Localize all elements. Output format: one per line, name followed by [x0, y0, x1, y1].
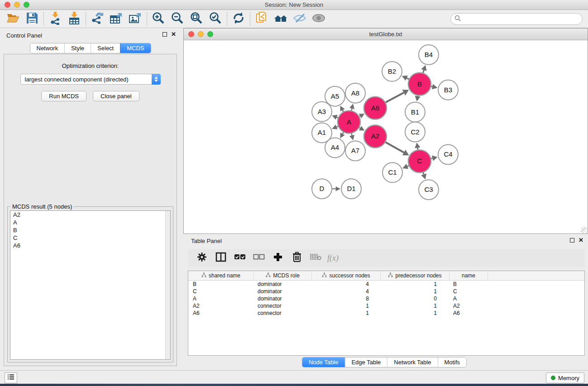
result-item[interactable]: A6 [10, 242, 170, 249]
tab-motifs[interactable]: Motifs [437, 357, 466, 367]
memory-button[interactable]: Memory [546, 372, 584, 383]
edge-C-C2[interactable] [417, 148, 418, 150]
close-window-button[interactable] [5, 2, 10, 8]
export-image-button[interactable] [126, 11, 145, 27]
table-cell[interactable]: 1 [381, 281, 449, 287]
table-cell[interactable]: 4 [312, 288, 381, 295]
tab-edge-table[interactable]: Edge Table [344, 357, 387, 367]
new-network-from-selection-button[interactable] [252, 11, 271, 27]
show-columns-button[interactable] [212, 251, 229, 265]
zoom-fit-button[interactable] [187, 11, 206, 27]
zoom-window-button[interactable] [24, 2, 29, 8]
table-cell[interactable]: C [188, 288, 254, 295]
column-header-predecessor-nodes[interactable]: predecessor nodes [381, 271, 449, 280]
import-network-button[interactable] [46, 11, 65, 27]
network-minimize-button[interactable] [198, 31, 204, 37]
edge-A-A6[interactable] [359, 116, 360, 117]
node-table[interactable]: shared nameMCDS rolesuccessor nodesprede… [188, 271, 585, 356]
table-cell[interactable]: 4 [312, 281, 381, 287]
table-row[interactable]: A6connector11A6 [188, 310, 584, 317]
table-row[interactable]: Cdominator41C [188, 288, 584, 295]
export-table-button[interactable] [107, 11, 126, 27]
select-all-button[interactable] [231, 251, 249, 265]
network-graph[interactable]: B4B2BB3B1A5A8A6A3AA1C2A2A4A7C4CC1C3DD1 [184, 40, 588, 234]
import-table-button[interactable] [65, 11, 84, 27]
network-window-titlebar[interactable]: testGlobe.txt [184, 29, 588, 40]
open-file-button[interactable] [4, 11, 23, 27]
table-cell[interactable]: dominator [254, 295, 312, 302]
edge-C-C1[interactable] [407, 166, 409, 166]
tab-style[interactable]: Style [64, 43, 91, 53]
column-header-name[interactable]: name [449, 271, 488, 280]
export-network-button[interactable] [88, 11, 107, 27]
edge-A-A5[interactable] [343, 110, 344, 111]
show-all-button[interactable] [309, 11, 328, 27]
table-cell[interactable]: 1 [312, 303, 381, 309]
table-row[interactable]: Bdominator41B [188, 281, 584, 288]
add-column-button[interactable] [269, 251, 287, 265]
tab-select[interactable]: Select [91, 43, 120, 53]
window-resize-grip[interactable] [581, 227, 587, 233]
edge-A-A3[interactable] [337, 117, 338, 118]
table-cell[interactable]: dominator [254, 281, 312, 287]
table-row[interactable]: A2connector11A2 [188, 302, 584, 310]
edge-C-C3[interactable] [423, 172, 424, 174]
search-input[interactable] [464, 16, 582, 23]
float-table-panel-icon[interactable] [570, 238, 574, 243]
table-row[interactable]: Adominator80A [188, 295, 584, 302]
edge-B-B2[interactable] [406, 78, 409, 79]
edge-C-C4[interactable] [431, 158, 432, 159]
column-header-successor-nodes[interactable]: successor nodes [312, 271, 381, 280]
tab-network[interactable]: Network [30, 43, 64, 53]
tab-node-table[interactable]: Node Table [302, 357, 345, 367]
edge-A2-C[interactable] [386, 142, 404, 152]
close-table-panel-icon[interactable]: ✕ [578, 238, 583, 243]
network-zoom-button[interactable] [207, 31, 213, 37]
zoom-out-button[interactable] [168, 11, 187, 27]
edge-B-B4[interactable] [423, 70, 424, 73]
edge-A-A7[interactable] [352, 133, 352, 135]
deselect-all-button[interactable] [250, 251, 268, 265]
table-cell[interactable]: A6 [188, 310, 254, 316]
mcds-result-list[interactable]: A2ABCA6 [10, 210, 171, 360]
close-panel-icon[interactable]: ✕ [171, 32, 176, 37]
result-item[interactable]: A [10, 219, 170, 226]
tab-network-table[interactable]: Network Table [387, 357, 437, 367]
edge-B-B3[interactable] [431, 86, 432, 87]
task-history-button[interactable] [5, 372, 17, 383]
table-cell[interactable]: 1 [381, 303, 449, 309]
result-item[interactable]: C [10, 234, 170, 242]
edge-A-A2[interactable] [359, 128, 360, 128]
table-cell[interactable]: A6 [449, 310, 488, 316]
result-item[interactable]: A2 [10, 211, 170, 219]
table-cell[interactable]: 1 [312, 310, 381, 316]
run-mcds-button[interactable]: Run MCDS [41, 91, 86, 101]
zoom-selected-button[interactable] [206, 11, 225, 27]
tab-mcds[interactable]: MCDS [120, 43, 150, 53]
table-cell[interactable]: 8 [312, 295, 381, 302]
table-settings-button[interactable] [193, 251, 210, 265]
network-canvas[interactable]: B4B2BB3B1A5A8A6A3AA1C2A2A4A7C4CC1C3DD1 [184, 40, 588, 234]
delete-table-button[interactable] [307, 251, 325, 265]
table-cell[interactable]: connector [254, 303, 312, 309]
column-header-MCDS-role[interactable]: MCDS role [254, 271, 312, 280]
table-cell[interactable]: 1 [381, 310, 449, 316]
table-cell[interactable]: connector [254, 310, 312, 316]
result-item[interactable]: B [10, 226, 170, 234]
column-header-shared-name[interactable]: shared name [188, 271, 254, 280]
float-panel-icon[interactable] [163, 32, 167, 37]
refresh-layout-button[interactable] [229, 11, 248, 27]
table-cell[interactable]: A2 [188, 303, 254, 309]
table-cell[interactable]: B [449, 281, 488, 287]
optimization-criterion-dropdown[interactable]: largest connected component (directed) [20, 74, 161, 85]
table-cell[interactable]: C [449, 288, 488, 295]
save-session-button[interactable] [23, 11, 42, 27]
hide-selected-button[interactable] [290, 11, 309, 27]
edge-A-A4[interactable] [343, 132, 344, 133]
table-cell[interactable]: A2 [449, 303, 488, 309]
table-cell[interactable]: A [188, 295, 254, 302]
table-cell[interactable]: B [188, 281, 254, 287]
table-cell[interactable]: 1 [381, 288, 449, 295]
edge-A6-B[interactable] [386, 93, 404, 103]
close-panel-button[interactable]: Close panel [93, 91, 139, 101]
